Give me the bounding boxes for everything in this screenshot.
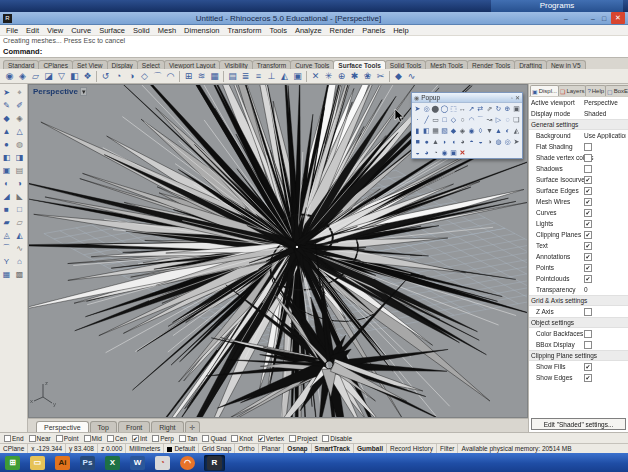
- toolbar-icon-14[interactable]: ≋: [195, 70, 208, 83]
- excel-icon[interactable]: X: [104, 455, 121, 471]
- checkbox-flat-shading[interactable]: [584, 143, 592, 151]
- status-filter[interactable]: Filter: [437, 444, 458, 453]
- toolbar-icon-19[interactable]: ⊥: [265, 70, 278, 83]
- osnap-int[interactable]: ✔Int: [132, 435, 147, 442]
- popup-icon-3-7[interactable]: ◒: [476, 136, 485, 147]
- osnap-checkbox-disable[interactable]: [322, 435, 329, 442]
- popup-icon-0-11[interactable]: ▣: [512, 103, 521, 114]
- osnap-checkbox-vertex[interactable]: ✔: [258, 435, 265, 442]
- sidebar-icon-12[interactable]: ▣: [0, 164, 13, 177]
- edit-shaded-settings-button[interactable]: Edit "Shaded" settings...: [531, 418, 626, 430]
- sidebar-icon-26[interactable]: Y: [0, 255, 13, 268]
- close-button[interactable]: ✕: [611, 12, 625, 24]
- popup-icon-2-11[interactable]: ◭: [512, 125, 521, 136]
- popup-icon-3-3[interactable]: ◗: [440, 136, 449, 147]
- popup-icon-3-6[interactable]: ◓: [467, 136, 476, 147]
- status-gumball[interactable]: Gumball: [354, 444, 387, 453]
- toolbar-icon-15[interactable]: ▦: [208, 70, 221, 83]
- osnap-checkbox-near[interactable]: [29, 435, 36, 442]
- osnap-perp[interactable]: Perp: [152, 435, 174, 442]
- popup-icon-3-8[interactable]: ◑: [485, 136, 494, 147]
- value-background[interactable]: Use Application Sett...: [584, 132, 626, 139]
- value-transparency[interactable]: 0: [584, 286, 626, 293]
- popup-title-bar[interactable]: ◉ Popup ◦✕: [412, 93, 522, 103]
- pin-icon[interactable]: ◉: [414, 94, 419, 101]
- popup-icon-3-4[interactable]: ◖: [449, 136, 458, 147]
- toolbar-tab-transform[interactable]: Transform: [252, 60, 291, 69]
- osnap-end[interactable]: End: [4, 435, 24, 442]
- popup-close-button[interactable]: ✕: [515, 95, 520, 101]
- sidebar-icon-19[interactable]: □: [13, 203, 26, 216]
- toolbar-tab-mesh-tools[interactable]: Mesh Tools: [425, 60, 468, 69]
- popup-icon-1-3[interactable]: □: [440, 114, 449, 125]
- panel-tab-displ[interactable]: ▣Displ...: [530, 85, 559, 96]
- popup-icon-1-8[interactable]: ↝: [485, 114, 494, 125]
- checkbox-mesh-wires[interactable]: ✔: [584, 198, 592, 206]
- sidebar-icon-22[interactable]: ◬: [0, 229, 13, 242]
- popup-icon-0-10[interactable]: ⊕: [503, 103, 512, 114]
- sidebar-icon-10[interactable]: ◧: [0, 151, 13, 164]
- status-millimeters[interactable]: Millimeters: [126, 444, 164, 453]
- popup-icon-0-5[interactable]: ↔: [458, 103, 467, 114]
- popup-icon-0-9[interactable]: ↻: [494, 103, 503, 114]
- menu-mesh[interactable]: Mesh: [154, 26, 180, 35]
- popup-icon-3-2[interactable]: ▲: [431, 136, 440, 147]
- status-osnap[interactable]: Osnap: [284, 444, 311, 453]
- toolbar-tab-solid-tools[interactable]: Solid Tools: [385, 60, 426, 69]
- popup-icon-2-8[interactable]: ▼: [485, 125, 494, 136]
- popup-icon-1-1[interactable]: ╱: [422, 114, 431, 125]
- sidebar-icon-28[interactable]: ▦: [0, 268, 13, 281]
- toolbar-tab-drafting[interactable]: Drafting: [514, 60, 547, 69]
- checkbox-lights[interactable]: ✔: [584, 220, 592, 228]
- popup-icon-2-3[interactable]: ▧: [440, 125, 449, 136]
- doc-minimize-button[interactable]: –: [589, 13, 597, 24]
- menu-panels[interactable]: Panels: [358, 26, 389, 35]
- sidebar-icon-27[interactable]: ⌂: [13, 255, 26, 268]
- popup-icon-4-0[interactable]: ◒: [413, 147, 422, 158]
- popup-icon-3-5[interactable]: ◕: [458, 136, 467, 147]
- checkbox-points[interactable]: ✔: [584, 264, 592, 272]
- toolbar-icon-7[interactable]: ↺: [99, 70, 112, 83]
- toolbar-icon-29[interactable]: ∿: [405, 70, 418, 83]
- popup-icon-3-11[interactable]: ➤: [512, 136, 521, 147]
- sidebar-icon-23[interactable]: ◭: [13, 229, 26, 242]
- toolbar-tab-display[interactable]: Display: [107, 60, 138, 69]
- sidebar-icon-16[interactable]: ◢: [0, 190, 13, 203]
- osnap-checkbox-quad[interactable]: [202, 435, 209, 442]
- rhino-taskbar-icon[interactable]: R: [204, 455, 225, 471]
- popup-icon-1-9[interactable]: ▷: [494, 114, 503, 125]
- status-planar[interactable]: Planar: [259, 444, 285, 453]
- checkbox-pointclouds[interactable]: ✔: [584, 275, 592, 283]
- sidebar-icon-5[interactable]: ◈: [13, 112, 26, 125]
- toolbar-icon-10[interactable]: ◇: [138, 70, 151, 83]
- checkbox-bbox-display[interactable]: [584, 341, 592, 349]
- firefox-icon[interactable]: ◠: [179, 455, 196, 471]
- perspective-viewport[interactable]: Perspective ▾ ◉ Popup ◦✕ ➤◎⬤◯⬚↔↗⇄⇗↻⊕▣·╱▭…: [28, 84, 528, 418]
- menu-dimension[interactable]: Dimension: [180, 26, 223, 35]
- popup-icon-1-2[interactable]: ▭: [431, 114, 440, 125]
- toolbar-tab-render-tools[interactable]: Render Tools: [467, 60, 515, 69]
- value-active-viewport[interactable]: Perspective: [584, 99, 626, 106]
- popup-icon-3-1[interactable]: ●: [422, 136, 431, 147]
- viewport-tab-top[interactable]: Top: [90, 421, 117, 432]
- sidebar-icon-11[interactable]: ◨: [13, 151, 26, 164]
- toolbar-icon-11[interactable]: ⌒: [151, 70, 164, 83]
- command-prompt-input[interactable]: Command:: [0, 45, 628, 58]
- checkbox-show-fills[interactable]: ✔: [584, 363, 592, 371]
- osnap-checkbox-end[interactable]: [4, 435, 11, 442]
- checkbox-shade-vertex-colors[interactable]: [584, 154, 592, 162]
- menu-help[interactable]: Help: [389, 26, 412, 35]
- osnap-near[interactable]: Near: [29, 435, 51, 442]
- popup-icon-1-6[interactable]: ◠: [467, 114, 476, 125]
- word-icon[interactable]: W: [129, 455, 146, 471]
- explorer-icon[interactable]: ▭: [29, 455, 46, 471]
- toolbar-tab-select[interactable]: Select: [137, 60, 165, 69]
- toolbar-tab-new-in-v5[interactable]: New in V5: [546, 60, 586, 69]
- toolbar-icon-2[interactable]: ▱: [29, 70, 42, 83]
- toolbar-tab-standard[interactable]: Standard: [3, 60, 39, 69]
- toolbar-icon-21[interactable]: ▣: [291, 70, 304, 83]
- osnap-cen[interactable]: Cen: [107, 435, 127, 442]
- popup-icon-4-5[interactable]: ✕: [458, 147, 467, 158]
- toolbar-icon-16[interactable]: ▤: [226, 70, 239, 83]
- popup-icon-2-7[interactable]: ◊: [476, 125, 485, 136]
